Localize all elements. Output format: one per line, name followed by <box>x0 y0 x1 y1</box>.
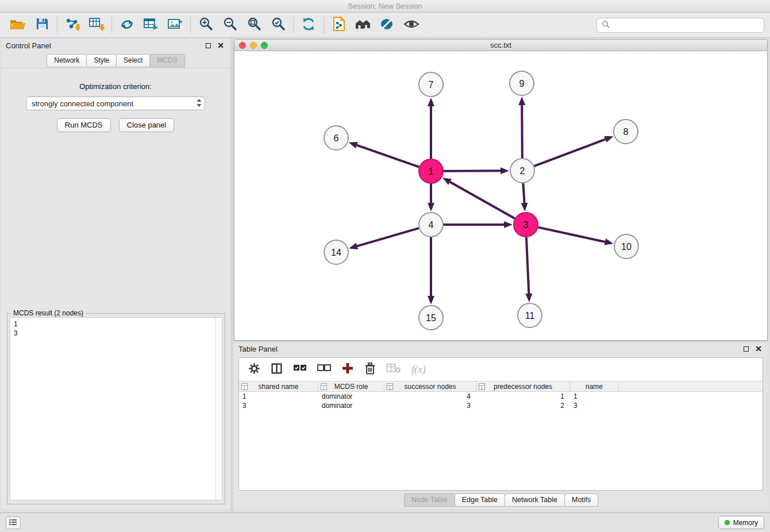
column-header-shared-name[interactable]: shared name <box>239 381 318 391</box>
add-column-button[interactable] <box>341 362 354 377</box>
tab-network-table[interactable]: Network Table <box>505 494 565 507</box>
delete-table-button[interactable] <box>386 363 401 376</box>
pane-divider[interactable] <box>231 38 233 512</box>
tab-network[interactable]: Network <box>47 54 87 67</box>
paint-icon <box>380 17 395 33</box>
paint-style-button[interactable] <box>375 15 399 36</box>
graph-edge-2-8[interactable] <box>534 136 614 166</box>
save-session-button[interactable] <box>30 15 54 36</box>
apply-layout-button[interactable] <box>297 15 321 36</box>
select-all-button[interactable] <box>293 363 307 376</box>
graph-edge-1-7[interactable] <box>428 98 434 159</box>
graph-node-4[interactable]: 4 <box>419 213 443 237</box>
deselect-all-icon <box>317 363 331 376</box>
graph-node-14[interactable]: 14 <box>324 240 348 264</box>
zoom-out-button[interactable] <box>218 15 242 36</box>
tab-select[interactable]: Select <box>116 54 150 67</box>
column-header-name[interactable]: name <box>570 381 619 391</box>
column-header-predecessor-nodes[interactable]: predecessor nodes <box>476 381 570 391</box>
network-document-button[interactable] <box>327 15 351 36</box>
table-settings-button[interactable] <box>248 363 260 377</box>
tab-edge-table[interactable]: Edge Table <box>455 494 505 507</box>
tab-node-table[interactable]: Node Table <box>404 494 455 507</box>
close-panel-button-mcds[interactable]: Close panel <box>119 118 175 132</box>
graph-edge-1-2[interactable] <box>444 167 509 174</box>
graph-edge-4-15[interactable] <box>428 237 434 304</box>
graph-edge-4-3[interactable] <box>444 221 513 228</box>
delete-column-button[interactable] <box>364 362 376 377</box>
graph-edge-3-10[interactable] <box>538 228 613 245</box>
search-input[interactable] <box>613 21 759 29</box>
cell-shared-name[interactable]: 3 <box>239 401 318 410</box>
mcds-tab-content: Optimization criterion: strongly connect… <box>1 68 230 509</box>
graph-node-11[interactable]: 11 <box>518 303 542 327</box>
close-table-panel-button[interactable]: ✕ <box>754 344 763 353</box>
control-panel: Control Panel ✕ Network Style Select MCD… <box>1 39 230 509</box>
import-network-file-button[interactable] <box>60 15 84 36</box>
window-zoom-button[interactable]: + <box>261 42 268 49</box>
function-builder-button[interactable]: f(x) <box>411 364 426 376</box>
zoom-fit-button[interactable] <box>242 15 266 36</box>
graph-edge-1-6[interactable] <box>349 142 419 167</box>
float-table-panel-button[interactable] <box>741 344 750 353</box>
graph-edge-4-14[interactable] <box>349 228 419 249</box>
graph-node-8[interactable]: 8 <box>614 119 638 144</box>
zoom-selected-button[interactable] <box>266 15 290 36</box>
cell-predecessor-nodes[interactable]: 2 <box>476 401 570 410</box>
graph-node-2[interactable]: 2 <box>510 159 534 183</box>
table-row[interactable]: 1 dominator 4 1 1 <box>239 392 763 401</box>
tab-style[interactable]: Style <box>86 54 117 67</box>
svg-text:7: 7 <box>429 80 434 90</box>
graph-node-9[interactable]: 9 <box>510 71 534 95</box>
cell-mcds-role[interactable]: dominator <box>318 401 384 410</box>
home-button[interactable] <box>351 15 375 36</box>
cell-name[interactable]: 1 <box>570 392 619 401</box>
float-panel-button[interactable] <box>203 41 213 50</box>
network-window-titlebar[interactable]: × − + scc.txt <box>234 40 767 51</box>
graph-node-3[interactable]: 3 <box>514 213 538 237</box>
deselect-all-button[interactable] <box>317 363 331 376</box>
mcds-result-box[interactable]: 1 3 <box>10 317 222 500</box>
graph-edge-2-9[interactable] <box>518 97 525 158</box>
graph-edge-2-3[interactable] <box>521 183 528 211</box>
import-table-file-button[interactable] <box>84 15 109 36</box>
graph-edge-3-1[interactable] <box>442 178 515 218</box>
graph-node-6[interactable]: 6 <box>324 126 348 150</box>
column-header-mcds-role[interactable]: MCDS role <box>318 381 384 391</box>
cell-successor-nodes[interactable]: 4 <box>384 392 476 401</box>
export-image-button[interactable] <box>163 15 187 36</box>
result-scrollbar[interactable] <box>215 318 222 500</box>
search-field[interactable] <box>596 18 764 33</box>
memory-button[interactable]: Memory <box>718 516 764 529</box>
window-close-button[interactable]: × <box>239 42 246 49</box>
cell-predecessor-nodes[interactable]: 1 <box>476 392 570 401</box>
show-hide-button[interactable] <box>399 15 424 36</box>
graph-node-15[interactable]: 15 <box>419 306 443 330</box>
window-minimize-button[interactable]: − <box>250 42 257 49</box>
network-graph[interactable]: 7968124314101511 <box>234 51 767 340</box>
run-mcds-button[interactable]: Run MCDS <box>57 118 111 132</box>
graph-node-10[interactable]: 10 <box>614 234 638 259</box>
plus-icon <box>341 362 354 377</box>
tab-motifs[interactable]: Motifs <box>564 494 598 507</box>
export-table-button[interactable] <box>139 15 163 36</box>
export-network-button[interactable] <box>115 15 139 36</box>
show-panels-button[interactable] <box>6 516 21 529</box>
zoom-in-button[interactable] <box>194 15 218 36</box>
graph-edge-1-4[interactable] <box>428 184 434 211</box>
column-header-successor-nodes[interactable]: successor nodes <box>384 381 476 391</box>
optimization-criterion-select[interactable]: strongly connected component <box>26 97 205 110</box>
cell-shared-name[interactable]: 1 <box>239 392 318 401</box>
cell-successor-nodes[interactable]: 3 <box>384 401 476 410</box>
graph-node-7[interactable]: 7 <box>419 72 443 97</box>
tab-mcds[interactable]: MCDS <box>149 54 184 67</box>
graph-edge-3-11[interactable] <box>525 237 532 302</box>
table-row[interactable]: 3 dominator 3 2 3 <box>239 401 763 410</box>
cell-mcds-role[interactable]: dominator <box>318 392 384 401</box>
close-panel-button[interactable]: ✕ <box>216 41 225 50</box>
open-session-button[interactable] <box>6 15 30 36</box>
show-columns-button[interactable] <box>271 363 283 377</box>
cell-name[interactable]: 3 <box>570 401 619 410</box>
graph-node-1[interactable]: 1 <box>419 159 443 183</box>
window-title: Session: New Session <box>0 0 770 13</box>
